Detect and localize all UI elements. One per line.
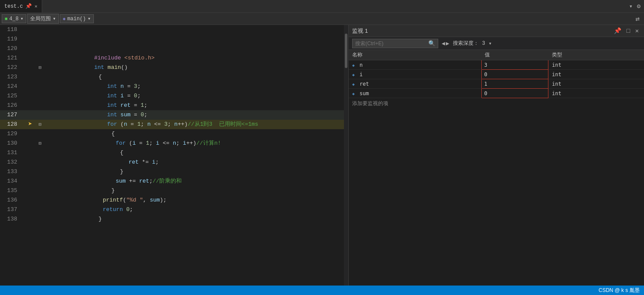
line-number: 134 — [0, 177, 22, 186]
line-number: 121 — [0, 53, 22, 63]
line-number: 138 — [0, 214, 22, 224]
line-number: 118 — [0, 25, 22, 34]
code-lines[interactable]: 118 119 120 — [0, 25, 344, 286]
execution-arrow: ➤ — [28, 120, 32, 129]
code-body: 118 119 120 — [0, 25, 348, 286]
breadcrumb-func[interactable]: ◈ main() ▾ — [60, 14, 94, 23]
code-editor[interactable]: 118 119 120 — [0, 25, 349, 286]
breadcrumb-bar: ■ 4_8 ▾ 全局范围 ▾ ◈ main() ▾ ⇄ — [0, 13, 644, 25]
watch-name-i: ◈ i — [349, 70, 481, 79]
watch-value-n: 3 — [481, 60, 548, 70]
watch-type-n: int — [548, 60, 644, 70]
tab-test-c[interactable]: test.c 📌 ✕ — [0, 0, 42, 12]
watch-toolbar: 🔍 ◀ ▶ 搜索深度： 3 ▾ — [349, 37, 644, 50]
line-number: 120 — [0, 44, 22, 53]
watch-row-sum[interactable]: ◈ sum 0 int — [349, 89, 644, 98]
line-number: 127 — [0, 110, 22, 120]
scope-label: 全局范围 — [30, 15, 51, 22]
watch-value-i: 0 — [481, 70, 548, 79]
watch-row-n[interactable]: ◈ n 3 int — [349, 60, 644, 70]
scrollbar-thumb[interactable] — [345, 34, 347, 68]
line-number: 129 — [0, 129, 22, 139]
scope-chevron: ▾ — [53, 16, 56, 22]
line-number: 130 — [0, 139, 22, 148]
breadcrumb-project[interactable]: ■ 4_8 ▾ — [2, 14, 26, 23]
depth-dropdown[interactable]: ▾ — [489, 40, 492, 47]
tab-label: test.c — [4, 3, 23, 9]
tab-close-button[interactable]: ✕ — [34, 3, 37, 9]
watch-name-sum: ◈ sum — [349, 89, 481, 98]
project-name: 4_8 — [9, 16, 19, 22]
func-chevron: ▾ — [88, 16, 91, 22]
func-label: main() — [67, 16, 86, 22]
dropdown-button[interactable]: ▾ — [627, 2, 634, 11]
pin-button[interactable]: 📌 — [612, 27, 623, 35]
line-number: 122 — [0, 63, 22, 72]
line-number: 135 — [0, 186, 22, 196]
col-header-type: 类型 — [548, 50, 644, 60]
watch-name-ret: ◈ ret — [349, 79, 481, 89]
close-button[interactable]: ✕ — [634, 27, 641, 35]
watch-title: 监视 1 — [352, 27, 368, 35]
watch-title-actions: 📌 □ ✕ — [612, 27, 641, 35]
line-number: 119 — [0, 34, 22, 44]
table-row: 118 — [0, 25, 344, 34]
watch-type-sum: int — [548, 89, 644, 98]
code-text: } — [43, 205, 344, 233]
nav-back-button[interactable]: ◀ — [442, 40, 445, 47]
watch-name-n: ◈ n — [349, 60, 481, 70]
nav-forward-button[interactable]: ▶ — [446, 40, 449, 47]
watch-title-bar: 监视 1 📌 □ ✕ — [349, 25, 644, 37]
watch-panel: 监视 1 📌 □ ✕ 🔍 ◀ ▶ 搜索深度： 3 ▾ — [349, 25, 644, 286]
status-text: CSDN @ k s 胤墨 — [598, 287, 640, 294]
chevron-icon: ▾ — [20, 16, 23, 22]
watch-var-icon: ◈ — [352, 72, 355, 77]
settings-button[interactable]: ⚙ — [635, 2, 642, 11]
line-number: 126 — [0, 101, 22, 110]
line-number: 124 — [0, 82, 22, 91]
watch-type-ret: int — [548, 79, 644, 89]
arrow-col: ➤ — [24, 120, 37, 129]
line-number: 133 — [0, 167, 22, 177]
line-number: 132 — [0, 158, 22, 167]
watch-var-icon: ◈ — [352, 91, 355, 96]
watch-var-icon: ◈ — [352, 82, 355, 87]
add-watch-label[interactable]: 添加要监视的项 — [349, 98, 644, 109]
table-row: 119 — [0, 34, 344, 44]
search-box[interactable]: 🔍 — [352, 39, 438, 48]
watch-row-i[interactable]: ◈ i 0 int — [349, 70, 644, 79]
nav-arrows: ◀ ▶ — [442, 40, 449, 47]
vertical-scrollbar[interactable] — [344, 25, 348, 286]
line-number: 123 — [0, 72, 22, 82]
status-bar: CSDN @ k s 胤墨 — [0, 286, 644, 295]
line-number: 136 — [0, 196, 22, 205]
watch-var-icon: ◈ — [352, 63, 355, 68]
tab-pin-icon[interactable]: 📌 — [25, 3, 32, 9]
watch-value-ret: 1 — [481, 79, 548, 89]
line-number: 137 — [0, 205, 22, 214]
line-number: 125 — [0, 91, 22, 101]
col-header-value: 值 — [481, 50, 548, 60]
line-number: 128 — [0, 120, 22, 129]
maximize-button[interactable]: □ — [625, 27, 632, 35]
tab-bar-actions: ▾ ⚙ — [627, 2, 644, 11]
main-content: 118 119 120 — [0, 25, 644, 286]
watch-row-ret[interactable]: ◈ ret 1 int — [349, 79, 644, 89]
sync-button[interactable]: ⇄ — [633, 14, 642, 24]
search-icon[interactable]: 🔍 — [428, 40, 435, 47]
breadcrumb-scope[interactable]: 全局范围 ▾ — [27, 14, 59, 24]
tab-bar: test.c 📌 ✕ ▾ ⚙ — [0, 0, 644, 13]
depth-label: 搜索深度： — [453, 40, 479, 47]
fold-col[interactable]: ⊟ — [37, 120, 43, 129]
col-header-name: 名称 — [349, 50, 481, 60]
fold-col[interactable]: ⊟ — [37, 63, 43, 72]
line-number: 131 — [0, 148, 22, 158]
watch-value-sum: 0 — [481, 89, 548, 98]
search-input[interactable] — [355, 40, 428, 47]
fold-col[interactable]: ⊟ — [37, 139, 43, 148]
depth-value: 3 — [482, 40, 485, 47]
table-row: 138 } — [0, 214, 344, 224]
watch-type-i: int — [548, 70, 644, 79]
watch-table: 名称 值 类型 ◈ n 3 int — [349, 50, 644, 286]
